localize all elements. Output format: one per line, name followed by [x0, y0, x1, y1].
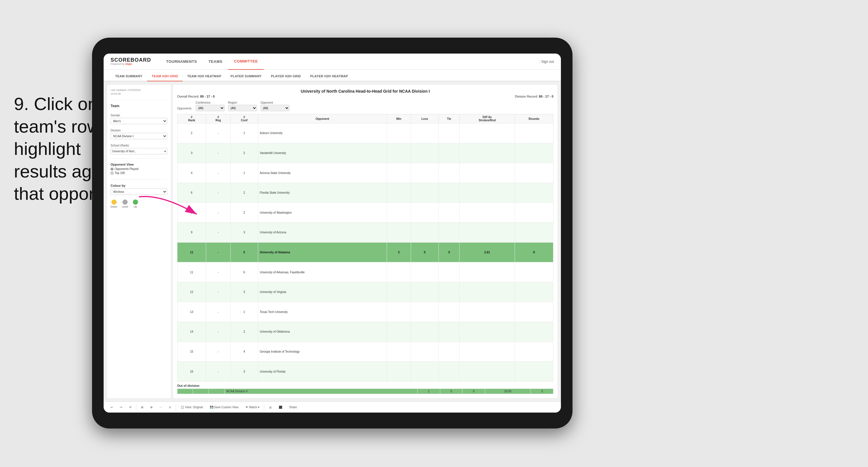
- table-row[interactable]: 6-2Florida State University: [178, 183, 553, 203]
- gender-label: Gender: [111, 114, 167, 117]
- radio-dot-opponents: [111, 168, 114, 171]
- h2h-table: #Rank #Reg #Conf Opponent Win Loss Tie D…: [177, 114, 553, 382]
- ood-win: 1: [417, 389, 440, 394]
- table-row[interactable]: 11-6University of Arkansas, Fayetteville: [178, 262, 553, 282]
- col-rounds: Rounds: [515, 114, 553, 123]
- sub-nav-team-summary[interactable]: TEAM SUMMARY: [111, 75, 147, 81]
- sub-nav-player-h2h-heatmap[interactable]: PLAYER H2H HEATMAP: [306, 75, 353, 81]
- sub-nav-team-h2h-grid[interactable]: TEAM H2H GRID: [147, 75, 183, 81]
- print-btn[interactable]: 🖨: [267, 405, 274, 410]
- col-conf: #Conf: [230, 114, 258, 123]
- sign-out-link[interactable]: Sign out: [539, 60, 554, 64]
- logo-powered: Powered by clippi: [111, 62, 151, 66]
- col-reg: #Reg: [206, 114, 231, 123]
- radio-opponents-played[interactable]: Opponents Played: [111, 167, 167, 171]
- watch-btn[interactable]: 👁 Watch ▾: [243, 405, 262, 410]
- sidebar: Last Updated: 27/03/2024 16:55:38 Team G…: [107, 85, 171, 398]
- filter-row: Opponents: Conference (All) Region (All): [177, 101, 553, 111]
- col-opponent: Opponent: [258, 114, 387, 123]
- grid-btn[interactable]: ⊞: [138, 405, 146, 410]
- conference-filter: Conference (All): [196, 101, 225, 111]
- reset-btn[interactable]: ↺: [127, 405, 134, 410]
- grid-records: Overall Record: 89 - 17 - 0 Division Rec…: [177, 95, 553, 98]
- sub-nav-team-h2h-heatmap[interactable]: TEAM H2H HEATMAP: [183, 75, 226, 81]
- nav-committee[interactable]: COMMITTEE: [228, 54, 264, 70]
- table-row[interactable]: 3-2Vanderbilt University: [178, 143, 553, 163]
- logo-clippi: clippi: [125, 62, 132, 65]
- screenshot-btn[interactable]: ⬛: [276, 405, 284, 410]
- sidebar-team-title: Team: [111, 104, 167, 108]
- grid-area: University of North Carolina Head-to-Hea…: [173, 85, 557, 398]
- view-original-btn[interactable]: 📋 View: Original: [178, 405, 205, 410]
- logo-area: SCOREBOARD Powered by clippi: [111, 57, 151, 66]
- legend-up-circle: [133, 200, 138, 205]
- legend-down: Down: [111, 200, 117, 208]
- last-updated: Last Updated: 27/03/2024 16:55:38: [111, 88, 167, 95]
- ood-loss: 0: [440, 389, 462, 394]
- region-filter-select[interactable]: (All): [228, 105, 257, 111]
- division-label: Division: [111, 129, 167, 132]
- grid-title: University of North Carolina Head-to-Hea…: [177, 89, 553, 93]
- opponent-view-title: Opponent View: [111, 163, 167, 166]
- division-record: Division Record: 88 - 17 - 0: [515, 95, 553, 98]
- nav-teams[interactable]: TEAMS: [203, 54, 228, 70]
- table-row[interactable]: 2-1Auburn University: [178, 123, 553, 143]
- opponents-label: Opponents:: [177, 107, 192, 111]
- opponent-filter-label: Opponent: [260, 101, 289, 104]
- share-btn[interactable]: Share: [287, 405, 299, 410]
- table-row[interactable]: 12-3University of Virginia: [178, 282, 553, 302]
- dots-btn[interactable]: ···: [157, 405, 164, 410]
- legend-level-circle: [122, 200, 128, 205]
- gender-select[interactable]: Men's: [111, 118, 167, 124]
- sub-nav-player-summary[interactable]: PLAYER SUMMARY: [226, 75, 266, 81]
- redo-btn[interactable]: ↪: [118, 405, 124, 410]
- opponent-filter-select[interactable]: (All): [260, 105, 289, 111]
- toolbar-divider-2: [176, 405, 176, 410]
- col-tie: Tie: [439, 114, 460, 123]
- table-row[interactable]: 8-2University of Washington: [178, 203, 553, 223]
- out-of-division-row[interactable]: NCAA Division II 1 0 0 26.00 3: [178, 389, 553, 394]
- save-custom-view-btn[interactable]: 💾 Save Custom View: [208, 405, 241, 410]
- division-select[interactable]: NCAA Division I: [111, 133, 167, 139]
- opponent-filter: Opponent (All): [260, 101, 289, 111]
- table-row[interactable]: 16-3University of Florida: [178, 361, 553, 382]
- colour-by-select[interactable]: Win/loss: [111, 188, 167, 195]
- top-nav: SCOREBOARD Powered by clippi TOURNAMENTS…: [104, 54, 561, 70]
- radio-dot-top100: [111, 172, 114, 175]
- chevron-down-icon: ▾: [164, 150, 166, 153]
- legend-row: Down Level Up: [111, 200, 167, 208]
- conference-filter-label: Conference: [196, 101, 225, 104]
- ood-reg: [193, 389, 209, 394]
- table-row[interactable]: 15-4Georgia Institute of Technology: [178, 342, 553, 361]
- sub-nav: TEAM SUMMARY TEAM H2H GRID TEAM H2H HEAT…: [104, 70, 561, 81]
- toolbar-divider-3: [264, 405, 264, 410]
- col-win: Win: [387, 114, 411, 123]
- legend-down-circle: [112, 200, 117, 205]
- table-row[interactable]: 11-5University of Alabama3002.618: [178, 242, 553, 262]
- add-btn[interactable]: ⊕: [148, 405, 155, 410]
- conference-filter-select[interactable]: (All): [196, 105, 225, 111]
- tablet-frame: SCOREBOARD Powered by clippi TOURNAMENTS…: [92, 38, 572, 429]
- col-rank: #Rank: [178, 114, 206, 123]
- out-of-division-title: Out of division: [177, 384, 553, 387]
- table-row[interactable]: 13-1Texas Tech University: [178, 302, 553, 322]
- school-select[interactable]: University of Nort... ▾: [111, 148, 167, 154]
- table-row[interactable]: 4-1Arizona State University: [178, 163, 553, 183]
- ood-opponent: NCAA Division II: [224, 389, 417, 394]
- table-row[interactable]: 9-3University of Arizona: [178, 223, 553, 243]
- bottom-toolbar: ↩ ↪ ↺ ⊞ ⊕ ··· ⊙ 📋 View: Original 💾 Save …: [104, 402, 561, 413]
- col-diff: Diff AvStrokes/Rnd: [460, 114, 515, 123]
- school-label: School (Rank): [111, 144, 167, 147]
- region-filter-label: Region: [228, 101, 257, 104]
- clock-btn[interactable]: ⊙: [166, 405, 174, 410]
- tablet-screen: SCOREBOARD Powered by clippi TOURNAMENTS…: [104, 54, 561, 413]
- col-loss: Loss: [411, 114, 438, 123]
- radio-top100[interactable]: Top 100: [111, 171, 167, 175]
- undo-btn[interactable]: ↩: [108, 405, 115, 410]
- logo-scoreboard: SCOREBOARD: [111, 57, 151, 62]
- legend-level: Level: [122, 200, 128, 208]
- out-of-division: Out of division NCAA Division II 1 0 0: [177, 384, 553, 394]
- table-row[interactable]: 14-2University of Oklahoma: [178, 322, 553, 342]
- sub-nav-player-h2h-grid[interactable]: PLAYER H2H GRID: [266, 75, 306, 81]
- nav-tournaments[interactable]: TOURNAMENTS: [160, 54, 203, 70]
